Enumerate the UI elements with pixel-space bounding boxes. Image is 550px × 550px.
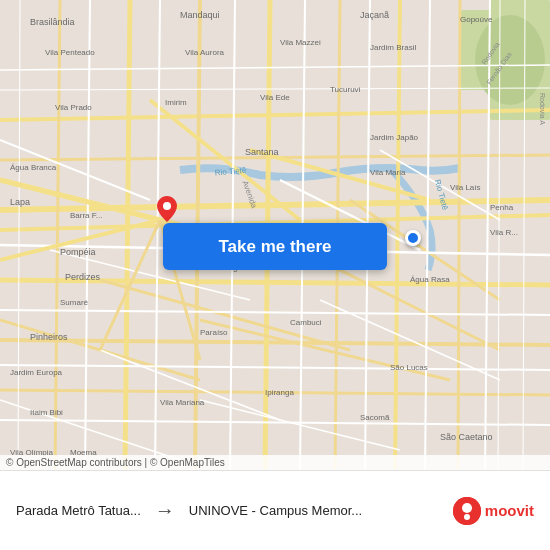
svg-text:Pinheiros: Pinheiros (30, 332, 68, 342)
svg-text:Jardim Europa: Jardim Europa (10, 368, 63, 377)
moovit-icon (453, 497, 481, 525)
bottom-bar: Parada Metrô Tatua... → UNINOVE - Campus… (0, 470, 550, 550)
route-info: Parada Metrô Tatua... → UNINOVE - Campus… (16, 499, 453, 522)
svg-text:Cambuci: Cambuci (290, 318, 322, 327)
svg-text:Sumaré: Sumaré (60, 298, 89, 307)
svg-text:Vila Maria: Vila Maria (370, 168, 406, 177)
svg-line-16 (458, 0, 460, 470)
svg-text:Lapa: Lapa (10, 197, 30, 207)
origin-dot (405, 230, 421, 246)
route-arrow: → (155, 499, 175, 522)
svg-text:Tucuruvi: Tucuruvi (330, 85, 361, 94)
svg-text:Vila Penteado: Vila Penteado (45, 48, 95, 57)
svg-text:Perdizes: Perdizes (65, 272, 101, 282)
svg-point-100 (163, 202, 171, 210)
moovit-brand-name: moovit (485, 502, 534, 519)
svg-text:Rodovia A: Rodovia A (539, 93, 546, 125)
svg-text:Vila Laís: Vila Laís (450, 183, 481, 192)
map-attribution: © OpenStreetMap contributors | © OpenMap… (0, 455, 550, 470)
route-to: UNINOVE - Campus Memor... (189, 503, 362, 518)
to-campus-name: UNINOVE - Campus Memor... (189, 503, 362, 518)
from-station-name: Parada Metrô Tatua... (16, 503, 141, 518)
svg-text:Gopoúve: Gopoúve (460, 15, 493, 24)
route-from: Parada Metrô Tatua... (16, 503, 141, 518)
svg-text:Vila Prado: Vila Prado (55, 103, 92, 112)
destination-pin (157, 196, 177, 222)
svg-text:São Lucas: São Lucas (390, 363, 428, 372)
svg-text:São Caetano: São Caetano (440, 432, 493, 442)
svg-text:Santana: Santana (245, 147, 279, 157)
svg-text:Itaim Bibi: Itaim Bibi (30, 408, 63, 417)
map-container: Brasilândia Vila Penteado Mandaqui Jaçan… (0, 0, 550, 470)
svg-text:Paraíso: Paraíso (200, 328, 228, 337)
svg-text:Imirim: Imirim (165, 98, 187, 107)
svg-text:Jardim Brasil: Jardim Brasil (370, 43, 416, 52)
svg-text:Vila Ede: Vila Ede (260, 93, 290, 102)
take-me-there-button[interactable]: Take me there (163, 223, 387, 270)
svg-text:Mandaqui: Mandaqui (180, 10, 220, 20)
attribution-text: © OpenStreetMap contributors | © OpenMap… (6, 457, 225, 468)
svg-text:Pompéia: Pompéia (60, 247, 96, 257)
svg-text:Ipiranga: Ipiranga (265, 388, 294, 397)
svg-text:Água Rasa: Água Rasa (410, 275, 450, 284)
svg-text:Jardim Japão: Jardim Japão (370, 133, 419, 142)
svg-point-103 (464, 514, 470, 520)
svg-text:Jaçanã: Jaçanã (360, 10, 389, 20)
svg-text:Barra F...: Barra F... (70, 211, 102, 220)
svg-text:Água Branca: Água Branca (10, 163, 57, 172)
svg-text:Vila Mariana: Vila Mariana (160, 398, 205, 407)
svg-text:Vila Mazzei: Vila Mazzei (280, 38, 321, 47)
svg-text:Vila R...: Vila R... (490, 228, 518, 237)
svg-point-102 (462, 503, 472, 513)
svg-text:Sacomã: Sacomã (360, 413, 390, 422)
svg-text:Brasilândia: Brasilândia (30, 17, 75, 27)
svg-text:Vila Aurora: Vila Aurora (185, 48, 225, 57)
moovit-logo: moovit (453, 497, 534, 525)
svg-text:Penha: Penha (490, 203, 514, 212)
